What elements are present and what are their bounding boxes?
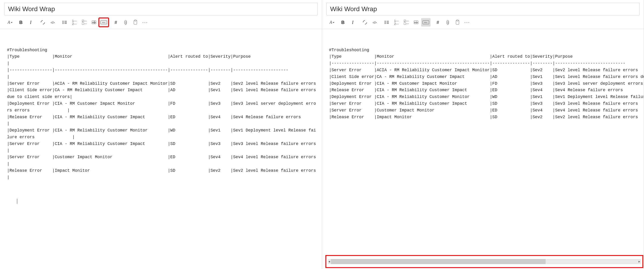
editor-text[interactable]: #Troubleshooting |Type |Monitor |Alert r…: [329, 47, 640, 121]
table-button[interactable]: [412, 18, 421, 27]
paste-button[interactable]: [131, 18, 140, 27]
bold-button[interactable]: B: [338, 18, 348, 27]
editor-text[interactable]: #Troubleshooting |Type |Monitor |Alert r…: [7, 47, 318, 188]
code-icon: [50, 20, 54, 25]
horizontal-scrollbar-highlight: ◄ ►: [325, 255, 644, 268]
attach-icon: [446, 20, 449, 25]
code-icon: [372, 20, 376, 25]
code-button[interactable]: [48, 18, 57, 27]
mention-button[interactable]: #: [111, 18, 120, 27]
scroll-left-arrow[interactable]: ◄: [328, 259, 331, 264]
more-icon: [142, 19, 148, 25]
editor-pane-left: A B I 1—2— ☑—☐— Abc # #Troubleshooting |…: [0, 0, 322, 269]
checklist-icon: ☑—☐—: [404, 20, 409, 25]
italic-button[interactable]: I: [26, 18, 35, 27]
link-icon: [362, 19, 368, 25]
link-icon: [40, 19, 46, 25]
more-button[interactable]: [140, 18, 150, 27]
hash-icon: #: [114, 20, 117, 25]
paste-icon: [456, 20, 459, 25]
title-container: [322, 0, 644, 17]
word-wrap-button[interactable]: Abc: [99, 18, 108, 27]
table-icon: [414, 21, 418, 24]
word-wrap-icon: Abc: [100, 21, 107, 24]
bulleted-list-button[interactable]: [382, 18, 392, 27]
numbered-list-button[interactable]: 1—2—: [70, 18, 79, 27]
link-button[interactable]: [38, 18, 48, 27]
editor-toolbar: A B I 1—2— ☑—☐— Abc #: [322, 17, 644, 29]
editor-toolbar: A B I 1—2— ☑—☐— Abc #: [0, 17, 322, 29]
more-icon: [464, 19, 470, 25]
bulleted-list-button[interactable]: [60, 18, 69, 27]
checklist-icon: ☑—☐—: [82, 20, 87, 25]
attach-icon: [124, 20, 127, 25]
page-title-input[interactable]: [4, 3, 318, 15]
scrollbar-thumb[interactable]: [331, 259, 546, 264]
numbered-list-icon: 1—2—: [394, 19, 399, 25]
code-button[interactable]: [370, 18, 379, 27]
editor-pane-right: A B I 1—2— ☑—☐— Abc # #Troubleshooting |…: [322, 0, 644, 269]
bulleted-list-icon: [62, 21, 67, 24]
title-container: [0, 0, 322, 17]
page-title-input[interactable]: [326, 3, 640, 15]
attach-button[interactable]: [443, 18, 452, 27]
text-format-button[interactable]: A: [4, 18, 14, 27]
scroll-right-arrow[interactable]: ►: [638, 259, 641, 264]
text-cursor: [17, 199, 17, 204]
word-wrap-icon: Abc: [422, 21, 429, 24]
horizontal-scrollbar[interactable]: [331, 259, 638, 264]
mention-button[interactable]: #: [433, 18, 442, 27]
numbered-list-icon: 1—2—: [72, 19, 77, 25]
paste-button[interactable]: [453, 18, 462, 27]
italic-button[interactable]: I: [348, 18, 358, 27]
editor-content-wrapped[interactable]: #Troubleshooting |Type |Monitor |Alert r…: [0, 29, 322, 269]
bold-button[interactable]: B: [16, 18, 26, 27]
bulleted-list-icon: [385, 21, 389, 24]
table-icon: [92, 21, 96, 24]
checklist-button[interactable]: ☑—☐—: [402, 18, 411, 27]
editor-content-nowrap[interactable]: #Troubleshooting |Type |Monitor |Alert r…: [322, 29, 644, 269]
table-button[interactable]: [89, 18, 98, 27]
word-wrap-button[interactable]: Abc: [421, 18, 430, 27]
link-button[interactable]: [360, 18, 370, 27]
numbered-list-button[interactable]: 1—2—: [392, 18, 401, 27]
attach-button[interactable]: [121, 18, 130, 27]
more-button[interactable]: [462, 18, 472, 27]
checklist-button[interactable]: ☑—☐—: [80, 18, 89, 27]
hash-icon: #: [436, 20, 439, 25]
text-format-button[interactable]: A: [326, 18, 336, 27]
paste-icon: [134, 20, 137, 25]
